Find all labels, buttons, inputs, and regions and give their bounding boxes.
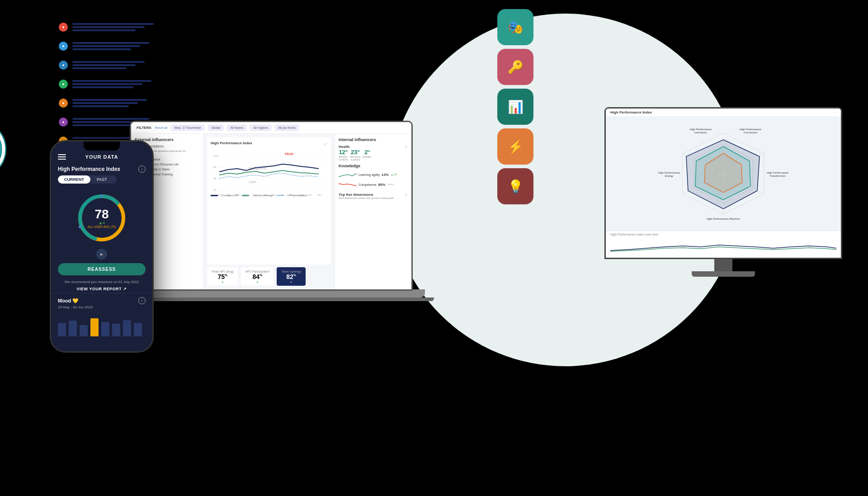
play-button[interactable]: ▶ bbox=[96, 249, 107, 260]
svg-text:High Performance: High Performance bbox=[690, 128, 712, 131]
indicator-bars-2 bbox=[72, 42, 149, 50]
chart-title: High Performance Index bbox=[211, 141, 252, 145]
laptop-base bbox=[118, 289, 425, 298]
stat-peak-hpi: Peak HPI (Aug) 75% ▲ bbox=[207, 267, 238, 286]
hpi-change: ▲4 bbox=[87, 221, 116, 225]
svg-text:Connectors: Connectors bbox=[744, 131, 758, 134]
hpi-label-row: High Performance Index i bbox=[58, 165, 146, 173]
reset-all-link[interactable]: Reset all bbox=[155, 126, 167, 129]
learning-agility-change: ▲2% bbox=[391, 173, 397, 176]
filter-chip-regions[interactable]: All regions bbox=[250, 125, 271, 131]
svg-text:May: May bbox=[263, 194, 268, 196]
svg-text:60: 60 bbox=[213, 166, 217, 169]
bar-line bbox=[72, 118, 149, 120]
toggle-past[interactable]: PAST bbox=[90, 175, 113, 184]
app-icon-brain[interactable]: 💡 bbox=[497, 168, 533, 204]
hpi-info-icon[interactable]: i bbox=[138, 165, 146, 173]
mood-date: 29 May - 04 Jun 2022 bbox=[58, 305, 146, 309]
monitor-neck bbox=[714, 258, 732, 271]
bar-line bbox=[72, 29, 136, 31]
toggle-current[interactable]: CURRENT bbox=[58, 175, 90, 184]
filter-chip-date[interactable]: Wed, 17 November bbox=[171, 125, 204, 131]
svg-text:Mar: Mar bbox=[245, 194, 249, 196]
stat-team-synergy-arrow: ▲ bbox=[281, 280, 301, 283]
bar-line bbox=[72, 86, 133, 88]
bar-line bbox=[72, 23, 154, 25]
bar-line bbox=[72, 42, 149, 44]
stat-hpi-participation-label: HPJ Participation bbox=[245, 270, 270, 273]
svg-point-4 bbox=[79, 226, 81, 228]
chart-expand-icon[interactable]: ⤢ bbox=[324, 142, 327, 146]
health-disability-label: DISABIL. bbox=[363, 156, 372, 158]
competence-label: Competence bbox=[359, 183, 377, 186]
svg-text:40: 40 bbox=[213, 177, 217, 180]
health-mental-value: 12% bbox=[339, 149, 348, 156]
stat-hpi-participation-arrow: ▲ bbox=[245, 280, 270, 283]
bar-line bbox=[72, 80, 151, 82]
monitor-foot bbox=[692, 271, 755, 277]
bar-chart-item bbox=[80, 325, 88, 336]
stat-peak-hpi-label: Peak HPI (Aug) bbox=[212, 270, 234, 273]
bar-chart-item bbox=[101, 322, 109, 336]
svg-text:Transformers: Transformers bbox=[769, 175, 785, 177]
stat-team-synergy: Team synergy 82% ▲ bbox=[277, 267, 306, 286]
hpi-chart-panel: High Performance Index ⤢ bbox=[203, 134, 335, 289]
app-icon-masks[interactable]: 🎭 bbox=[497, 9, 533, 45]
hamburger-line bbox=[58, 156, 66, 157]
svg-text:Apr: Apr bbox=[254, 194, 258, 196]
health-items: 12% MENTALILLNESS 23% PHYSICALILLNESS 2%… bbox=[339, 149, 408, 161]
filter-chip-levels[interactable]: All job levels bbox=[275, 125, 299, 131]
learning-agility-label: Learning agility bbox=[359, 173, 380, 176]
view-report-link[interactable]: VIEW YOUR REPORT ↗ bbox=[51, 285, 152, 293]
bar-chart-item-highlight bbox=[90, 318, 99, 336]
indicator-dot-3: ● bbox=[59, 61, 68, 70]
stat-hpi-participation-value: 84% bbox=[245, 273, 270, 280]
mood-section: Mood 💛 i 29 May - 04 Jun 2022 bbox=[51, 293, 152, 313]
dashboard: FILTERS Reset all Wed, 17 November Globa… bbox=[131, 122, 411, 289]
hpi-section: High Performance Index i CURRENT PAST bbox=[51, 162, 152, 187]
knowledge-title: Knowledge bbox=[339, 164, 408, 168]
indicator-dot-1: ● bbox=[59, 23, 68, 32]
monitor-menu-icon[interactable]: ··· bbox=[834, 111, 836, 114]
recommend-text: We recommend you reassess on 01 July 202… bbox=[51, 279, 152, 285]
hamburger-icon[interactable] bbox=[58, 154, 66, 160]
top-five-subtitle: Neurobehaviors where the group is doing … bbox=[339, 197, 408, 199]
stats-row: Peak HPI (Aug) 75% ▲ HPJ Participation 8… bbox=[207, 267, 331, 286]
svg-text:Sep: Sep bbox=[299, 194, 303, 196]
top-five-expand-icon[interactable]: ⤢ bbox=[405, 193, 408, 197]
app-icon-energy[interactable]: ⚡ bbox=[497, 128, 533, 165]
competence-row: Competence 80% ▼0% bbox=[339, 180, 408, 189]
learning-agility-chart bbox=[339, 170, 357, 179]
app-icon-key[interactable]: 🔑 bbox=[497, 49, 533, 85]
svg-text:Dec: Dec bbox=[218, 194, 222, 196]
filters-bar: FILTERS Reset all Wed, 17 November Globa… bbox=[131, 122, 411, 134]
donut-med-right-svg bbox=[0, 118, 9, 181]
app-icon-chart[interactable]: 📊 bbox=[497, 89, 533, 125]
desktop-device: High Performance Index ··· bbox=[606, 109, 841, 277]
top-five-title: Top five dimensions bbox=[339, 193, 373, 197]
bar-chart-item bbox=[123, 320, 131, 336]
health-mental-illness: 12% MENTALILLNESS bbox=[339, 149, 348, 161]
health-expand-icon[interactable]: ⤢ bbox=[405, 145, 408, 149]
filter-chip-global[interactable]: Global bbox=[208, 125, 223, 131]
svg-text:Energy: Energy bbox=[665, 175, 673, 177]
hpi-timeline: High Performance Index over time 7879808… bbox=[606, 231, 841, 258]
bar-chart-item bbox=[112, 324, 120, 336]
phone-title: YOUR DATA bbox=[85, 154, 118, 160]
filter-chip-teams[interactable]: All teams bbox=[227, 125, 246, 131]
hpi-line-chart: 100 60 40 20 PEAK MODERATE LOW bbox=[211, 147, 327, 197]
mood-info-icon[interactable]: i bbox=[138, 297, 146, 304]
monitor-body: High Performance Innovators High Perform… bbox=[606, 117, 841, 231]
laptop-screen: FILTERS Reset all Wed, 17 November Globa… bbox=[131, 122, 411, 289]
indicator-bars-3 bbox=[72, 61, 145, 69]
laptop-base-bottom bbox=[108, 298, 434, 301]
bar-line bbox=[72, 45, 140, 47]
phone-body: YOUR DATA High Performance Index i CURRE… bbox=[50, 140, 154, 353]
phone-device: YOUR DATA High Performance Index i CURRE… bbox=[50, 140, 154, 353]
indicator-dot-6: ● bbox=[59, 118, 68, 127]
dashboard-content: External influencers Recommendations Act… bbox=[131, 134, 411, 289]
svg-text:Jan: Jan bbox=[227, 194, 231, 196]
reassess-button[interactable]: REASSESS bbox=[58, 263, 146, 275]
health-physical-illness: 23% PHYSICALILLNESS bbox=[350, 149, 361, 161]
indicator-bars-1 bbox=[72, 23, 154, 31]
